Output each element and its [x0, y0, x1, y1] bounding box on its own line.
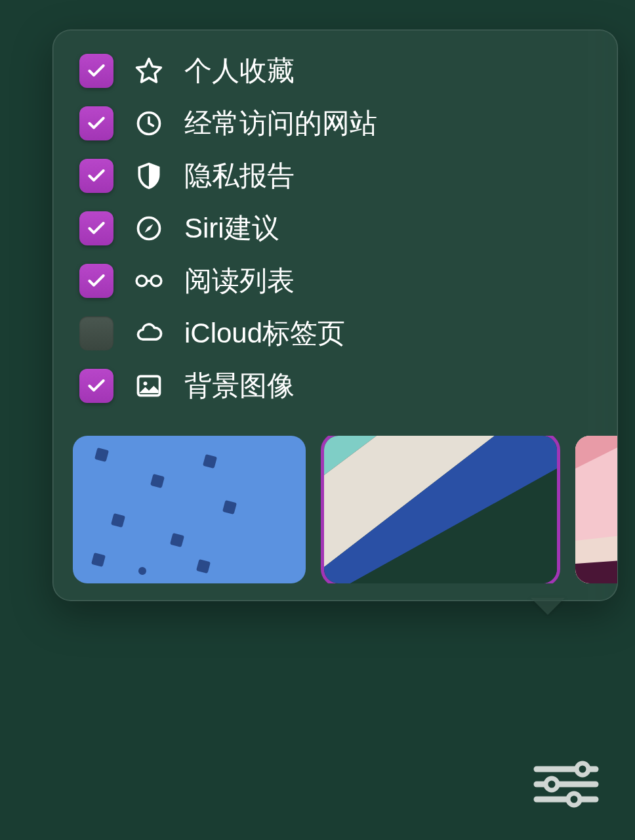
cloud-icon [133, 318, 165, 349]
options-list: 个人收藏 经常访问的网站 隐私报告 [53, 52, 617, 404]
option-frequently-visited[interactable]: 经常访问的网站 [79, 105, 591, 142]
svg-point-2 [136, 276, 147, 286]
start-page-settings-popover: 个人收藏 经常访问的网站 隐私报告 [52, 30, 618, 601]
option-label: 经常访问的网站 [184, 105, 377, 142]
option-privacy-report[interactable]: 隐私报告 [79, 158, 591, 194]
checkbox-frequently-visited[interactable] [79, 106, 113, 140]
star-icon [133, 55, 165, 87]
glasses-icon [133, 265, 165, 297]
checkbox-favorites[interactable] [79, 54, 113, 88]
option-icloud-tabs[interactable]: iCloud标签页 [79, 315, 591, 352]
option-background-image[interactable]: 背景图像 [79, 368, 591, 404]
svg-point-19 [568, 793, 580, 805]
check-icon [86, 113, 107, 134]
check-icon [86, 218, 107, 239]
check-icon [86, 375, 107, 396]
settings-sliders-button[interactable] [530, 755, 602, 814]
option-label: 背景图像 [184, 368, 295, 404]
svg-point-15 [577, 763, 588, 775]
checkbox-siri-suggestions[interactable] [79, 211, 113, 245]
checkbox-reading-list[interactable] [79, 264, 113, 298]
background-thumbnail-2[interactable] [324, 436, 557, 583]
checkbox-privacy-report[interactable] [79, 159, 113, 193]
checkbox-icloud-tabs[interactable] [79, 316, 113, 350]
shield-icon [133, 160, 165, 192]
option-reading-list[interactable]: 阅读列表 [79, 262, 591, 299]
option-label: iCloud标签页 [184, 315, 345, 352]
option-label: 阅读列表 [184, 262, 295, 299]
background-thumbnail-1[interactable] [73, 436, 306, 583]
sliders-icon [533, 758, 599, 810]
background-thumbnails [53, 436, 617, 583]
check-icon [86, 60, 107, 81]
svg-point-3 [151, 276, 161, 286]
option-label: Siri建议 [184, 210, 279, 247]
check-icon [86, 165, 107, 186]
option-label: 隐私报告 [184, 158, 295, 194]
compass-icon [133, 213, 165, 244]
checkbox-background-image[interactable] [79, 369, 113, 403]
image-icon [133, 370, 165, 402]
check-icon [86, 270, 107, 291]
popover-arrow [531, 598, 565, 615]
svg-point-5 [144, 381, 148, 385]
option-siri-suggestions[interactable]: Siri建议 [79, 210, 591, 247]
background-thumbnail-3[interactable] [575, 436, 617, 583]
svg-point-17 [546, 778, 558, 790]
option-favorites[interactable]: 个人收藏 [79, 52, 591, 89]
option-label: 个人收藏 [184, 52, 295, 89]
clock-icon [133, 108, 165, 139]
